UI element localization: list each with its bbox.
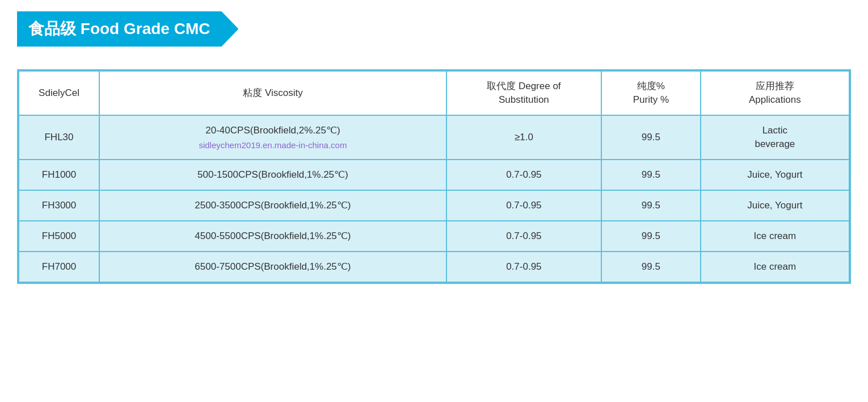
cell-viscosity: 2500-3500CPS(Brookfield,1%.25℃) xyxy=(99,190,446,221)
header-banner: 食品级 Food Grade CMC xyxy=(17,11,238,47)
cell-viscosity: 6500-7500CPS(Brookfield,1%.25℃) xyxy=(99,252,446,282)
cell-viscosity: 500-1500CPS(Brookfield,1%.25℃) xyxy=(99,160,446,190)
cmc-table: SdielyCel 粘度 Viscosity 取代度 Degree ofSubs… xyxy=(18,70,850,283)
cell-model: FH3000 xyxy=(19,190,99,221)
col-header-purity: 纯度%Purity % xyxy=(601,71,701,115)
cell-applications: Juice, Yogurt xyxy=(701,160,849,190)
table-row: FH1000 500-1500CPS(Brookfield,1%.25℃) 0.… xyxy=(19,160,849,190)
data-table-container: SdielyCel 粘度 Viscosity 取代度 Degree ofSubs… xyxy=(17,69,851,284)
page-title: 食品级 Food Grade CMC xyxy=(28,18,210,40)
cell-applications: Ice cream xyxy=(701,221,849,252)
cell-viscosity: 4500-5500CPS(Brookfield,1%.25℃) xyxy=(99,221,446,252)
cell-substitution: ≥1.0 xyxy=(446,115,601,160)
table-row: FH5000 4500-5500CPS(Brookfield,1%.25℃) 0… xyxy=(19,221,849,252)
cell-substitution: 0.7-0.95 xyxy=(446,160,601,190)
cell-substitution: 0.7-0.95 xyxy=(446,221,601,252)
cell-model: FH5000 xyxy=(19,221,99,252)
col-header-substitution: 取代度 Degree ofSubstitution xyxy=(446,71,601,115)
banner-tail xyxy=(17,47,28,57)
col-header-viscosity: 粘度 Viscosity xyxy=(99,71,446,115)
cell-purity: 99.5 xyxy=(601,252,701,282)
table-row: FH3000 2500-3500CPS(Brookfield,1%.25℃) 0… xyxy=(19,190,849,221)
cell-applications: Lacticbeverage xyxy=(701,115,849,160)
cell-applications: Juice, Yogurt xyxy=(701,190,849,221)
cell-purity: 99.5 xyxy=(601,115,701,160)
cell-viscosity: 20-40CPS(Brookfield,2%.25℃) sidleychem20… xyxy=(99,115,446,160)
table-row: FHL30 20-40CPS(Brookfield,2%.25℃) sidley… xyxy=(19,115,849,160)
col-header-model: SdielyCel xyxy=(19,71,99,115)
cell-substitution: 0.7-0.95 xyxy=(446,190,601,221)
cell-model: FH1000 xyxy=(19,160,99,190)
cell-applications: Ice cream xyxy=(701,252,849,282)
cell-substitution: 0.7-0.95 xyxy=(446,252,601,282)
table-row: FH7000 6500-7500CPS(Brookfield,1%.25℃) 0… xyxy=(19,252,849,282)
cell-purity: 99.5 xyxy=(601,190,701,221)
cell-purity: 99.5 xyxy=(601,221,701,252)
table-header-row: SdielyCel 粘度 Viscosity 取代度 Degree ofSubs… xyxy=(19,71,849,115)
watermark-link: sidleychem2019.en.made-in-china.com xyxy=(106,139,440,151)
cell-purity: 99.5 xyxy=(601,160,701,190)
cell-model: FH7000 xyxy=(19,252,99,282)
col-header-applications: 应用推荐Applications xyxy=(701,71,849,115)
cell-model: FHL30 xyxy=(19,115,99,160)
